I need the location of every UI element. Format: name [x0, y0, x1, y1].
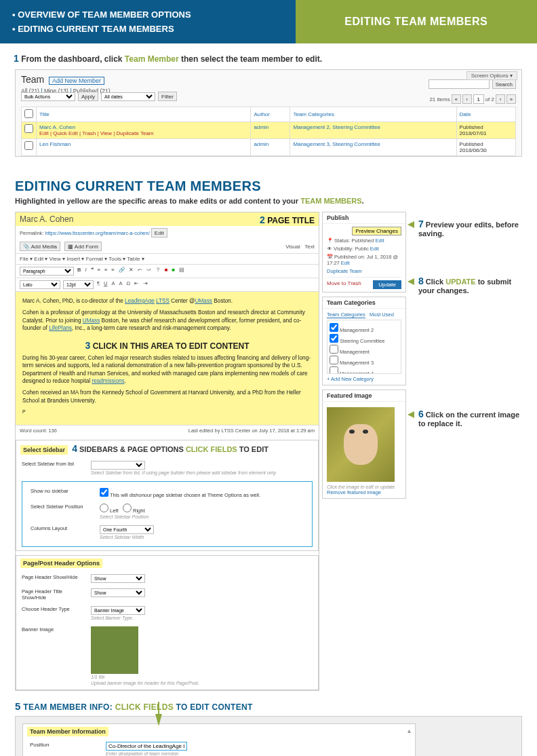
- sidebar-pos-right[interactable]: [123, 504, 132, 512]
- visibility-edit[interactable]: Edit: [370, 246, 379, 252]
- pager-last[interactable]: »: [506, 94, 516, 104]
- add-category-link[interactable]: + Add New Category: [327, 376, 374, 382]
- table-row[interactable]: Len Fishman admin Management 3, Steering…: [22, 139, 516, 156]
- move-to-trash-link[interactable]: Move to Trash: [327, 280, 361, 286]
- step-1-instruction: 1 From the dashboard, click Team Member …: [0, 43, 537, 69]
- bullet-1: OVERVIEW OF TEAM MEMBER OPTIONS: [18, 10, 191, 20]
- screen-options-button[interactable]: Screen Options ▾: [466, 71, 517, 80]
- format-select[interactable]: Paragraph: [20, 267, 74, 276]
- cat-checkbox[interactable]: [330, 323, 338, 332]
- header-options-panel: Page/Post Header Options Page Header Sho…: [16, 555, 319, 690]
- step-5-title: 5 TEAM MEMBER INFO: CLICK FIELDS TO EDIT…: [0, 691, 537, 716]
- search-button[interactable]: Search: [492, 79, 516, 89]
- published-edit[interactable]: Edit: [341, 260, 350, 266]
- annotation-8: 8 Click UPDATE to submit your changes.: [418, 276, 520, 295]
- right-sidebar: Publish Preview Changes 📍 Status: Publis…: [322, 212, 406, 503]
- select-all-checkbox[interactable]: [24, 109, 33, 118]
- search-input[interactable]: [429, 79, 490, 89]
- no-sidebar-checkbox[interactable]: [100, 488, 108, 497]
- bulk-actions-select[interactable]: Bulk Actions: [21, 92, 75, 101]
- cat-checkbox[interactable]: [330, 334, 338, 343]
- preview-changes-button[interactable]: Preview Changes: [352, 227, 401, 235]
- team-list-screenshot: Screen Options ▾ Team Add New Member All…: [15, 69, 522, 157]
- cat-checkbox[interactable]: [330, 345, 338, 354]
- editor-menu[interactable]: File ▾ Edit ▾ View ▾ Insert ▾ Format ▾ T…: [16, 254, 319, 265]
- add-form-button[interactable]: ▦ Add Form: [64, 242, 102, 251]
- team-member-link-text: Team Member: [125, 54, 179, 64]
- row-checkbox[interactable]: [24, 141, 33, 150]
- permalink-url[interactable]: https://www.ltsscenter.org/team/marc-a-c…: [45, 230, 150, 236]
- pager-first[interactable]: «: [452, 94, 461, 104]
- sidebar-list-select[interactable]: [91, 461, 145, 470]
- row-checkbox[interactable]: [24, 124, 33, 133]
- header-bullets: • OVERVIEW OF TEAM MEMBER OPTIONS • EDIT…: [0, 0, 296, 43]
- tab-visual[interactable]: Visual: [285, 244, 300, 250]
- editor-toolbar[interactable]: Paragraph BI❝≡≡≡🔗✕⤺⤻？■■▤: [16, 265, 319, 278]
- permalink-row: Permalink: https://www.ltsscenter.org/te…: [16, 226, 319, 240]
- bullet-2: EDITING CURRENT TEAM MEMBERS: [18, 24, 174, 34]
- row-actions[interactable]: Edit | Quick Edit | Trash | View | Dupli…: [39, 130, 154, 136]
- editor-toolbar-2[interactable]: Lato 12pt ¶UAAΩ⇤⇥: [16, 278, 319, 292]
- header-title: EDITING TEAM MEMBERS: [296, 0, 537, 43]
- pager-next[interactable]: ›: [496, 94, 505, 104]
- arrow-left-icon: [407, 221, 414, 228]
- page-title-input[interactable]: Marc A. Cohen 2 PAGE TITLE: [16, 212, 319, 226]
- update-button[interactable]: Update: [373, 280, 401, 289]
- banner-image-thumb[interactable]: [91, 626, 138, 674]
- featured-image[interactable]: [327, 407, 395, 482]
- tab-text[interactable]: Text: [304, 244, 315, 250]
- arrow-down-icon: [155, 714, 162, 726]
- apply-button[interactable]: Apply: [78, 92, 98, 101]
- duplicate-team-link[interactable]: Duplicate Team: [327, 268, 362, 274]
- team-member-info-screenshot: Team Member Information▴ Position Enter …: [15, 716, 522, 756]
- cat-checkbox[interactable]: [330, 366, 338, 374]
- permalink-edit-button[interactable]: Edit: [151, 228, 167, 238]
- status-edit[interactable]: Edit: [376, 238, 384, 244]
- arrow-left-icon: [407, 278, 414, 285]
- section-2-title: EDITING CURRENT TEAM MEMBERS: [0, 166, 537, 197]
- publish-panel: Publish Preview Changes 📍 Status: Publis…: [322, 212, 406, 292]
- page-header: • OVERVIEW OF TEAM MEMBER OPTIONS • EDIT…: [0, 0, 537, 43]
- team-categories-panel: Team Categories Team Categories Most Use…: [322, 297, 406, 385]
- team-member-info-panel: Team Member Information▴ Position Enter …: [22, 723, 416, 756]
- post-editor: Marc A. Cohen 2 PAGE TITLE Permalink: ht…: [15, 212, 319, 691]
- cat-checkbox[interactable]: [330, 356, 338, 364]
- add-media-button[interactable]: 📎 Add Media: [20, 242, 60, 251]
- section-2-subtitle: Highlighted in yellow are the specific a…: [0, 197, 537, 212]
- columns-layout-select[interactable]: One Fourth: [100, 525, 154, 534]
- categories-tab-most-used[interactable]: Most Used: [370, 311, 394, 318]
- header-title-show-select[interactable]: Show: [91, 588, 145, 597]
- position-input[interactable]: [106, 742, 187, 751]
- remove-featured-image-link[interactable]: Remove featured image: [327, 489, 381, 495]
- sidebar-pos-left[interactable]: [100, 504, 108, 512]
- featured-image-panel: Featured Image Click the image to edit o…: [322, 390, 406, 499]
- annotation-7: 7 Preview your edits, before saving.: [418, 219, 520, 238]
- pager-prev[interactable]: ‹: [462, 94, 472, 104]
- annotation-6: 6 Click on the current image to replace …: [418, 409, 520, 428]
- row-title-link[interactable]: Len Fishman: [39, 141, 71, 147]
- pager-page-input[interactable]: [473, 94, 484, 104]
- font-select[interactable]: Lato: [20, 280, 60, 289]
- dates-select[interactable]: All dates: [101, 92, 155, 101]
- step-1-number: 1: [14, 53, 19, 64]
- filter-button[interactable]: Filter: [158, 92, 177, 101]
- editor-footer: Word count: 136 Last edited by LTSS Cent…: [16, 425, 319, 436]
- header-show-select[interactable]: Show: [91, 574, 145, 583]
- header-type-select[interactable]: Banner Image: [91, 606, 145, 615]
- team-table: Title Author Team Categories Date Marc A…: [21, 107, 516, 156]
- content-editor-area[interactable]: Marc A. Cohen, PhD, is co-director of th…: [16, 292, 319, 425]
- row-title-link[interactable]: Marc A. Cohen: [39, 124, 75, 130]
- annotations-column: 7 Preview your edits, before saving. 8 C…: [418, 212, 520, 449]
- sidebar-options-panel: Select Sidebar 4 SIDEBARS & PAGE OPTIONS…: [16, 440, 319, 551]
- arrow-left-icon: [407, 411, 414, 418]
- categories-tab-all[interactable]: Team Categories: [327, 311, 365, 318]
- table-row[interactable]: Marc A. CohenEdit | Quick Edit | Trash |…: [22, 122, 516, 139]
- fontsize-select[interactable]: 12pt: [63, 280, 94, 289]
- add-new-member-button[interactable]: Add New Member: [49, 77, 104, 85]
